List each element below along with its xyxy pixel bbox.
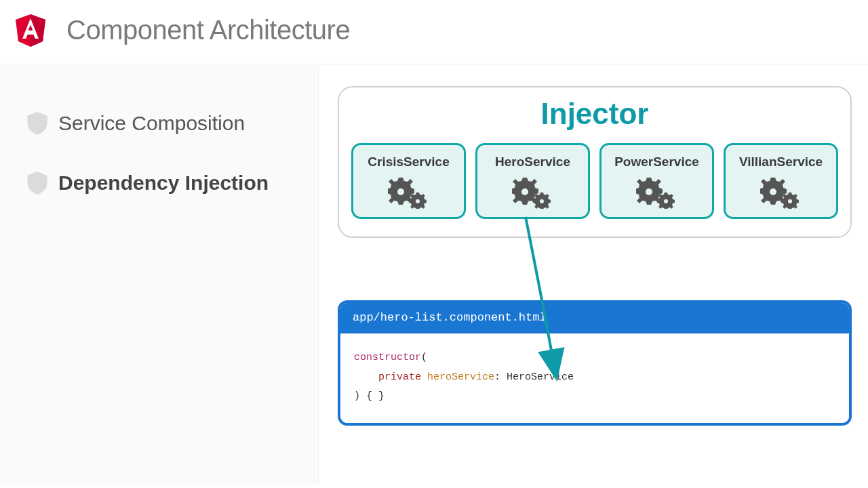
- sidebar-item-service-composition[interactable]: Service Composition: [27, 112, 291, 135]
- svg-point-6: [646, 188, 652, 195]
- svg-point-2: [397, 188, 404, 195]
- shield-icon: [27, 171, 47, 195]
- service-name: HeroService: [481, 155, 584, 169]
- svg-point-7: [664, 199, 668, 203]
- header: Component Architecture: [0, 0, 868, 64]
- gears-icon: [388, 175, 430, 209]
- svg-point-9: [788, 199, 792, 203]
- service-card-power: PowerService: [599, 143, 714, 219]
- service-name: VillianService: [730, 155, 832, 169]
- sidebar: Service Composition Dependency Injection: [0, 64, 319, 485]
- page-title: Component Architecture: [66, 15, 350, 45]
- svg-point-5: [540, 199, 544, 203]
- content-area: Service Composition Dependency Injection…: [0, 64, 868, 485]
- service-card-crisis: CrisisService: [351, 143, 466, 219]
- code-token: (: [421, 352, 427, 363]
- gears-icon: [760, 175, 802, 209]
- code-token-variable: heroService: [427, 371, 494, 383]
- service-card-villian: VillianService: [724, 143, 838, 219]
- sidebar-item-dependency-injection[interactable]: Dependency Injection: [27, 171, 291, 195]
- sidebar-item-label: Service Composition: [58, 112, 245, 135]
- code-token: : HeroService: [494, 371, 574, 383]
- code-body: constructor( private heroService: HeroSe…: [340, 333, 849, 423]
- injector-title: Injector: [351, 97, 838, 131]
- service-name: CrisisService: [357, 155, 460, 169]
- svg-point-3: [416, 199, 420, 203]
- code-token-accessor: private: [378, 371, 421, 383]
- sidebar-item-label: Dependency Injection: [58, 171, 269, 195]
- code-token-keyword: constructor: [354, 352, 421, 363]
- shield-icon: [27, 112, 47, 135]
- service-card-hero: HeroService: [475, 143, 590, 219]
- code-example: app/hero-list.component.html constructor…: [338, 300, 852, 426]
- gears-icon: [636, 175, 678, 209]
- angular-logo-icon: [14, 12, 47, 47]
- gears-icon: [512, 175, 554, 209]
- injector-container: Injector CrisisService HeroService Power…: [338, 86, 852, 238]
- code-filename: app/hero-list.component.html: [340, 303, 849, 333]
- services-row: CrisisService HeroService PowerService: [351, 143, 838, 219]
- code-token: ) { }: [354, 387, 835, 407]
- main-diagram: Injector CrisisService HeroService Power…: [319, 64, 868, 485]
- service-name: PowerService: [606, 155, 708, 169]
- svg-point-4: [521, 188, 528, 195]
- svg-point-8: [770, 188, 776, 195]
